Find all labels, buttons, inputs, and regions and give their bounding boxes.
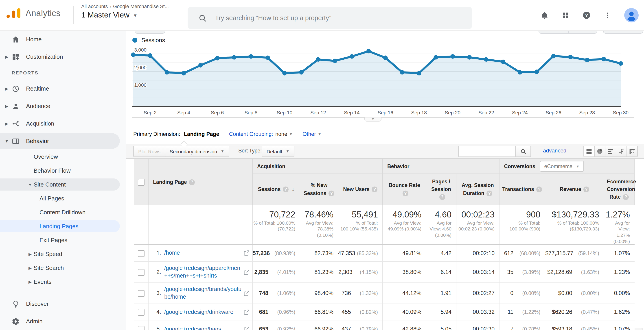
content-grouping-value[interactable]: none <box>275 131 287 137</box>
sidebar-item-events[interactable]: ▶Events <box>0 275 126 289</box>
chevron-down-icon[interactable]: ▼ <box>28 182 33 187</box>
search-bar[interactable]: Try searching “How to set up a property” <box>188 7 472 29</box>
help-icon[interactable]: ? <box>536 187 542 192</box>
chevron-right-icon[interactable]: ▶ <box>4 121 10 126</box>
row-checkbox[interactable] <box>138 326 144 330</box>
landing-page-link[interactable]: /google+redesign/bags <box>164 326 242 330</box>
select-all-cell <box>134 159 148 205</box>
sidebar-item-site-content[interactable]: ▼Site Content <box>0 178 126 191</box>
open-in-new-icon[interactable] <box>244 327 250 330</box>
conversions-goal-selector[interactable]: eCommerce▼ <box>540 161 584 172</box>
landing-page-link[interactable]: /google+redesign/brands/youtube/home <box>164 286 242 301</box>
chevron-down-icon[interactable]: ▼ <box>4 139 10 143</box>
help-icon[interactable]: ? <box>283 187 289 193</box>
breadcrumb[interactable]: All accounts›Google Merchandise St... <box>81 3 169 9</box>
row-checkbox[interactable] <box>138 290 144 297</box>
row-checkbox[interactable] <box>138 309 144 316</box>
sidebar-item-audience[interactable]: ▶Audience <box>0 97 126 115</box>
metric-cell: 49.81% <box>382 245 426 262</box>
col-avg-session-duration[interactable]: Avg. Session Duration? <box>456 174 499 205</box>
analytics-logo[interactable]: Analytics <box>6 8 60 18</box>
table-search-input[interactable] <box>458 146 516 157</box>
help-icon[interactable]: ? <box>582 11 591 20</box>
col-bounce-rate[interactable]: Bounce Rate? <box>382 174 426 205</box>
comparison-view-button[interactable] <box>616 146 627 157</box>
chevron-right-icon[interactable]: ▶ <box>4 86 10 91</box>
breadcrumb-property[interactable]: Google Merchandise St... <box>113 3 169 9</box>
other-dimension-link[interactable]: Other <box>302 131 316 137</box>
sidebar-item-exit-pages[interactable]: Exit Pages <box>0 233 126 247</box>
help-icon[interactable]: ? <box>439 194 445 200</box>
col-sessions[interactable]: Sessions?↓ <box>252 174 300 205</box>
col-new-users[interactable]: New Users? <box>338 174 382 205</box>
primary-dimension-landing-page[interactable]: Landing Page <box>184 131 219 137</box>
more-vert-icon[interactable] <box>603 11 612 20</box>
view-name: 1 Master View <box>81 11 130 20</box>
col-landing-page[interactable]: Landing Page? <box>148 159 252 205</box>
performance-view-button[interactable] <box>605 146 616 157</box>
open-in-new-icon[interactable] <box>244 250 250 256</box>
summary-cell: 00:02:23Avg for View: 00:02:23 (0.00%) <box>456 205 499 245</box>
landing-page-link[interactable]: /google+redesign/drinkware <box>164 309 242 316</box>
open-in-new-icon[interactable] <box>244 270 250 275</box>
table-search-button[interactable] <box>515 146 531 157</box>
help-icon[interactable]: ? <box>486 190 492 196</box>
percentage-view-button[interactable] <box>594 146 606 157</box>
sidebar-item-realtime[interactable]: ▶Realtime <box>0 80 126 97</box>
sidebar-item-customization[interactable]: ▶Customization <box>0 48 126 65</box>
sidebar-item-content-drilldown[interactable]: Content Drilldown <box>0 205 126 219</box>
help-icon[interactable]: ? <box>189 179 195 185</box>
chevron-right-icon[interactable]: ▶ <box>28 266 33 270</box>
sidebar-item-all-pages[interactable]: All Pages <box>0 191 126 205</box>
avatar[interactable] <box>624 8 638 22</box>
sidebar-item-site-speed[interactable]: ▶Site Speed <box>0 247 126 261</box>
sidebar-item-admin[interactable]: Admin <box>0 313 126 330</box>
sidebar-item-behavior-flow[interactable]: Behavior Flow <box>0 164 126 178</box>
col-transactions[interactable]: Transactions? <box>499 174 545 205</box>
row-checkbox[interactable] <box>138 269 144 276</box>
col-new-sessions[interactable]: % New Sessions? <box>300 174 338 205</box>
help-icon[interactable]: ? <box>372 187 378 192</box>
help-icon[interactable]: ? <box>584 187 589 192</box>
plot-rows-button[interactable]: Plot Rows <box>133 146 166 157</box>
row-checkbox[interactable] <box>138 250 144 257</box>
chevron-right-icon[interactable]: ▶ <box>28 252 33 256</box>
help-icon[interactable]: ? <box>623 194 629 200</box>
sidebar-item-discover[interactable]: Discover <box>0 295 126 313</box>
svg-text:Sep 8: Sep 8 <box>244 110 258 115</box>
view-selector[interactable]: 1 Master View ▼ <box>81 11 169 20</box>
content-grouping-link[interactable]: Content Grouping: <box>229 131 273 137</box>
sidebar-item-overview[interactable]: Overview <box>0 150 126 164</box>
advanced-link[interactable]: advanced <box>543 148 566 154</box>
svg-text:Sep 24: Sep 24 <box>512 110 528 115</box>
pivot-view-button[interactable] <box>626 146 638 157</box>
open-in-new-icon[interactable] <box>244 290 250 296</box>
secondary-dimension-button[interactable]: Secondary dimension▼ <box>165 146 229 157</box>
notifications-bell-icon[interactable] <box>540 11 549 20</box>
sidebar-item-home[interactable]: Home <box>0 30 126 48</box>
sidebar-item-landing-pages[interactable]: Landing Pages <box>0 219 126 233</box>
help-icon[interactable]: ? <box>329 190 334 196</box>
apps-grid-icon[interactable] <box>561 11 570 20</box>
chevron-right-icon[interactable]: ▶ <box>4 54 10 59</box>
col-pages-session[interactable]: Pages / Session? <box>426 174 456 205</box>
sidebar-item-behavior[interactable]: ▼Behavior <box>0 132 126 150</box>
breadcrumb-root[interactable]: All accounts <box>81 3 108 9</box>
chart-collapse-tab[interactable]: ▼ <box>364 117 382 121</box>
chevron-right-icon[interactable]: ▶ <box>28 280 33 284</box>
open-in-new-icon[interactable] <box>244 309 250 315</box>
sidebar-item-label: Realtime <box>26 85 49 92</box>
sidebar-item-site-search[interactable]: ▶Site Search <box>0 261 126 275</box>
sort-type-label: Sort Type: <box>238 148 262 153</box>
landing-page-link[interactable]: /google+redesign/apparel/men++s/men++s+t… <box>164 265 242 280</box>
product-name: Analytics <box>26 8 60 18</box>
sidebar-item-acquisition[interactable]: ▶Acquisition <box>0 115 126 132</box>
chevron-right-icon[interactable]: ▶ <box>4 104 10 108</box>
col-ecommerce-conversion-rate[interactable]: Ecommerce Conversion Rate? <box>604 174 634 205</box>
sort-type-button[interactable]: Default▼ <box>262 146 294 157</box>
data-view-button[interactable] <box>584 146 595 157</box>
select-all-checkbox[interactable] <box>138 179 144 185</box>
landing-page-link[interactable]: /home <box>164 250 242 257</box>
help-icon[interactable]: ? <box>402 190 408 196</box>
col-revenue[interactable]: Revenue? <box>545 174 604 205</box>
